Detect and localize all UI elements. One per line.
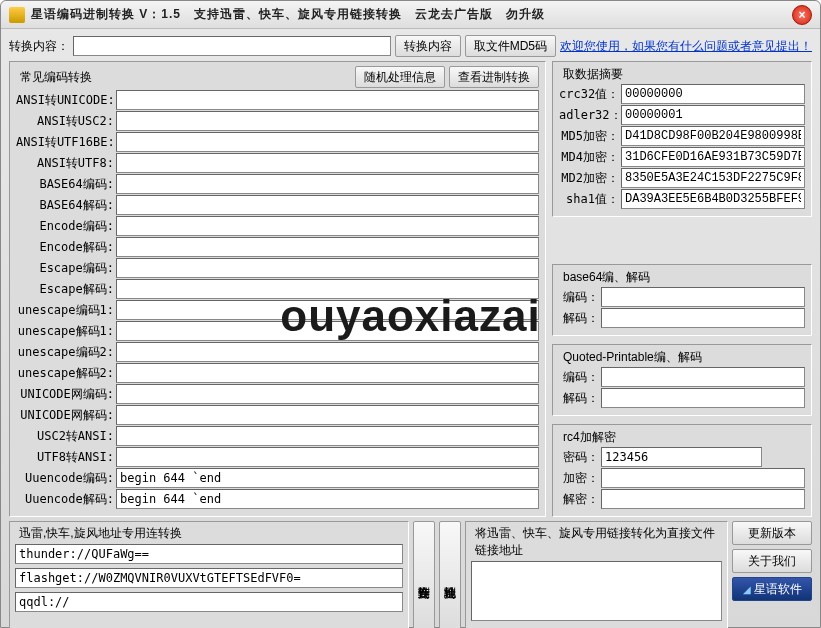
encoding-row-label: UNICODE网解码: <box>16 407 116 424</box>
digest-row-label: crc32值： <box>559 86 621 103</box>
encoding-row-label: USC2转ANSI: <box>16 428 116 445</box>
url-decode-title: 将迅雷、快车、旋风专用链接转化为直接文件链接地址 <box>471 525 722 559</box>
titlebar: 星语编码进制转换 V：1.5 支持迅雷、快车、旋风专用链接转换 云龙去广告版 勿… <box>1 1 820 29</box>
convert-label: 转换内容： <box>9 38 69 55</box>
encoding-row-input[interactable] <box>116 195 539 215</box>
direct-url-output[interactable] <box>471 561 722 621</box>
digest-row-input[interactable] <box>621 189 805 209</box>
rc4-pwd-input[interactable] <box>601 447 762 467</box>
encoding-row-input[interactable] <box>116 237 539 257</box>
encoding-row-input[interactable] <box>116 153 539 173</box>
convert-button[interactable]: 转换内容 <box>395 35 461 57</box>
digest-row-input[interactable] <box>621 168 805 188</box>
rc4-title: rc4加解密 <box>559 429 805 446</box>
qp-title: Quoted-Printable编、解码 <box>559 349 805 366</box>
encoding-row-label: BASE64解码: <box>16 197 116 214</box>
url-encode-group: 迅雷,快车,旋风地址专用连转换 <box>9 521 409 628</box>
encoding-row-input[interactable] <box>116 132 539 152</box>
to-special-link-button[interactable]: 转换到专连 <box>413 521 435 628</box>
encoding-row-label: BASE64编码: <box>16 176 116 193</box>
rc4-pwd-label: 密码： <box>559 449 601 466</box>
digest-row-label: sha1值： <box>559 191 621 208</box>
encoding-row-input[interactable] <box>116 489 539 509</box>
qp-enc-input[interactable] <box>601 367 805 387</box>
digest-row-input[interactable] <box>621 105 805 125</box>
rc4-dec-input[interactable] <box>601 489 805 509</box>
encoding-row-label: Escape解码: <box>16 281 116 298</box>
encoding-row-input[interactable] <box>116 447 539 467</box>
digest-row-label: MD4加密： <box>559 149 621 166</box>
logo-label: 星语软件 <box>754 581 802 598</box>
rc4-enc-label: 加密： <box>559 470 601 487</box>
about-button[interactable]: 关于我们 <box>732 549 812 573</box>
encoding-row-input[interactable] <box>116 363 539 383</box>
digest-group: 取数据摘要 crc32值：adler32：MD5加密：MD4加密：MD2加密：s… <box>552 61 812 217</box>
to-address-button[interactable]: 转换到地址 <box>439 521 461 628</box>
digest-row-input[interactable] <box>621 147 805 167</box>
encoding-row-input[interactable] <box>116 405 539 425</box>
window-title: 星语编码进制转换 V：1.5 支持迅雷、快车、旋风专用链接转换 云龙去广告版 勿… <box>31 6 792 23</box>
encoding-row-label: UNICODE网编码: <box>16 386 116 403</box>
file-md5-button[interactable]: 取文件MD5码 <box>465 35 556 57</box>
base64-group: base64编、解码 编码： 解码： <box>552 264 812 336</box>
encoding-row-input[interactable] <box>116 90 539 110</box>
url-encode-title: 迅雷,快车,旋风地址专用连转换 <box>15 525 403 542</box>
encoding-row-input[interactable] <box>116 468 539 488</box>
encodings-group: 常见编码转换 随机处理信息 查看进制转换 ANSI转UNICODE:ANSI转U… <box>9 61 546 517</box>
encoding-row-label: Uuencode编码: <box>16 470 116 487</box>
thunder-input[interactable] <box>15 544 403 564</box>
base64-enc-label: 编码： <box>559 289 601 306</box>
close-icon[interactable]: × <box>792 5 812 25</box>
digest-title: 取数据摘要 <box>559 66 805 83</box>
base64-dec-label: 解码： <box>559 310 601 327</box>
rc4-group: rc4加解密 密码： 加密： 解密： <box>552 424 812 517</box>
random-process-button[interactable]: 随机处理信息 <box>355 66 445 88</box>
update-button[interactable]: 更新版本 <box>732 521 812 545</box>
app-icon <box>9 7 25 23</box>
encoding-row-input[interactable] <box>116 426 539 446</box>
qp-group: Quoted-Printable编、解码 编码： 解码： <box>552 344 812 416</box>
encoding-row-input[interactable] <box>116 216 539 236</box>
encoding-row-input[interactable] <box>116 111 539 131</box>
logo-button[interactable]: 星语软件 <box>732 577 812 601</box>
base64-title: base64编、解码 <box>559 269 805 286</box>
digest-row-label: adler32： <box>559 107 621 124</box>
url-decode-group: 将迅雷、快车、旋风专用链接转化为直接文件链接地址 <box>465 521 728 628</box>
encoding-row-label: Uuencode解码: <box>16 491 116 508</box>
encoding-row-label: unescape编码1: <box>16 302 116 319</box>
encoding-row-label: unescape编码2: <box>16 344 116 361</box>
encoding-row-input[interactable] <box>116 258 539 278</box>
qp-dec-label: 解码： <box>559 390 601 407</box>
encoding-row-label: Escape编码: <box>16 260 116 277</box>
encoding-row-input[interactable] <box>116 342 539 362</box>
rc4-dec-label: 解密： <box>559 491 601 508</box>
encoding-row-input[interactable] <box>116 300 539 320</box>
digest-row-label: MD5加密： <box>559 128 621 145</box>
encoding-row-label: ANSI转UTF8: <box>16 155 116 172</box>
qp-enc-label: 编码： <box>559 369 601 386</box>
encodings-title: 常见编码转换 <box>16 69 96 86</box>
encoding-row-label: ANSI转UNICODE: <box>16 92 116 109</box>
encoding-row-label: unescape解码1: <box>16 323 116 340</box>
encoding-row-label: Encode解码: <box>16 239 116 256</box>
view-radix-button[interactable]: 查看进制转换 <box>449 66 539 88</box>
encoding-row-label: unescape解码2: <box>16 365 116 382</box>
digest-row-input[interactable] <box>621 126 805 146</box>
qqdl-input[interactable] <box>15 592 403 612</box>
encoding-row-input[interactable] <box>116 174 539 194</box>
encoding-row-label: ANSI转UTF16BE: <box>16 134 116 151</box>
base64-enc-input[interactable] <box>601 287 805 307</box>
rc4-enc-input[interactable] <box>601 468 805 488</box>
digest-row-input[interactable] <box>621 84 805 104</box>
convert-input[interactable] <box>73 36 391 56</box>
flashget-input[interactable] <box>15 568 403 588</box>
encoding-row-label: ANSI转USC2: <box>16 113 116 130</box>
qp-dec-input[interactable] <box>601 388 805 408</box>
encoding-row-input[interactable] <box>116 384 539 404</box>
encoding-row-label: Encode编码: <box>16 218 116 235</box>
encoding-row-input[interactable] <box>116 279 539 299</box>
encoding-row-input[interactable] <box>116 321 539 341</box>
digest-row-label: MD2加密： <box>559 170 621 187</box>
welcome-link[interactable]: 欢迎您使用，如果您有什么问题或者意见提出！ <box>560 38 812 55</box>
base64-dec-input[interactable] <box>601 308 805 328</box>
